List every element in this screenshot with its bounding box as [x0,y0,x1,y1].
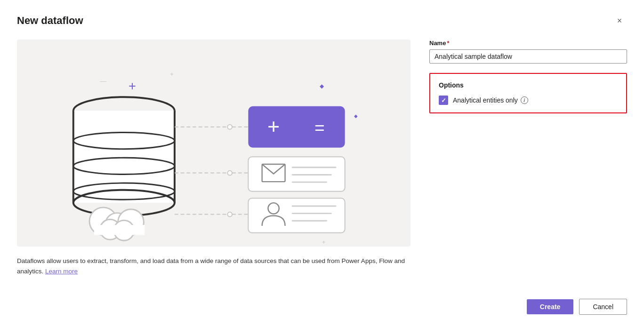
svg-point-23 [227,125,232,129]
options-section: Options ✓ Analytical entities only i [429,73,627,113]
dialog-title: New dataflow [17,15,83,27]
options-title: Options [439,81,618,89]
learn-more-link[interactable]: Learn more [45,268,78,275]
name-section: Name* [429,40,627,64]
svg-text:+: + [170,71,174,78]
svg-text:—: — [100,78,106,85]
new-dataflow-dialog: New dataflow × + — + + + ◆ — [0,0,644,319]
analytical-entities-checkbox[interactable]: ✓ [439,96,448,105]
name-label: Name* [429,40,627,47]
svg-rect-39 [248,198,345,232]
dialog-footer: Create Cancel [17,291,627,315]
description-text: Dataflows allow users to extract, transf… [17,256,411,276]
name-input[interactable] [429,49,627,64]
dialog-header: New dataflow × [17,13,627,28]
svg-point-26 [227,171,232,175]
svg-rect-21 [94,225,145,235]
analytical-entities-row: ✓ Analytical entities only i [439,96,618,105]
svg-rect-9 [73,111,175,203]
svg-text:+: + [129,79,136,93]
left-panel: + — + + + ◆ — [17,40,411,276]
svg-text:+: + [267,114,280,138]
svg-point-29 [227,212,232,217]
create-button[interactable]: Create [527,299,574,314]
close-button[interactable]: × [612,13,627,28]
illustration-box: + — + + + ◆ — [17,40,411,247]
dialog-body: + — + + + ◆ — [17,40,627,276]
cancel-button[interactable]: Cancel [579,299,627,315]
check-icon: ✓ [441,97,446,104]
svg-text:◆: ◆ [354,113,358,119]
info-icon[interactable]: i [521,96,528,104]
svg-text:=: = [314,118,325,137]
svg-text:+: + [322,239,326,246]
svg-rect-31 [248,106,345,148]
analytical-entities-label: Analytical entities only i [453,96,528,104]
svg-text:◆: ◆ [320,83,324,89]
right-panel: Name* Options ✓ Analytical entities only… [429,40,627,276]
